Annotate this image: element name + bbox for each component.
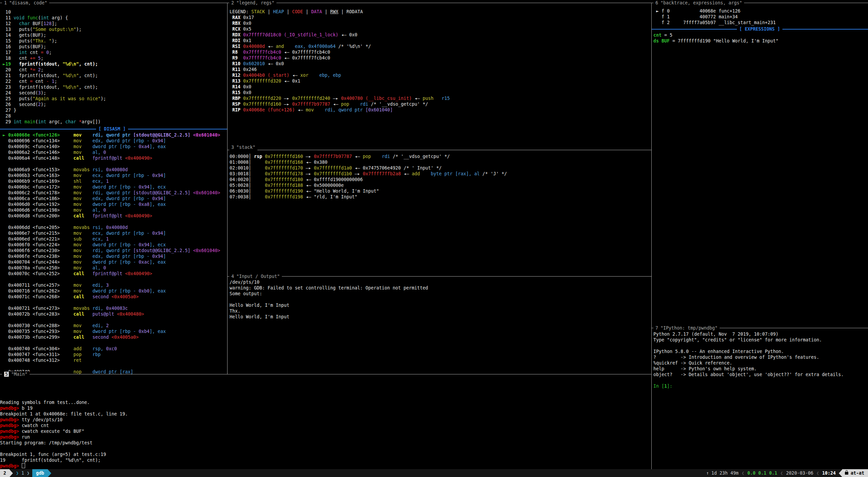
- pane1-title: 1"disasm, code": [2, 0, 49, 6]
- host-badge: at-at: [842, 469, 868, 477]
- window-index[interactable]: 1: [21, 470, 24, 476]
- chevron-left-icon: ❮: [780, 470, 783, 476]
- pane1-pane2-divider[interactable]: [227, 3, 228, 374]
- powerline-arrow-icon: [10, 470, 13, 477]
- lock-icon: [845, 472, 848, 475]
- disasm-section-label: [ DISASM ]: [96, 126, 128, 132]
- pane7-title-text: "IPython: tmp/pwndbg": [661, 325, 718, 331]
- program-io-text: /dev/pts/10warning: GDB: Failed to set c…: [230, 279, 428, 320]
- pane5-top-border: [0, 374, 651, 374]
- pane7-title: 7"IPython: tmp/pwndbg": [653, 325, 720, 331]
- tmux-terminal: 10 11 void func(int arg) { 12 char BUF[1…: [0, 0, 868, 477]
- time-text: 10:24: [822, 470, 836, 476]
- watch-expressions: cnt = 5ds BUF = 7fffffffd190 "Hello Worl…: [653, 32, 778, 44]
- chevron-right-icon: ❯: [16, 470, 19, 476]
- pane4-index: 4: [231, 274, 234, 279]
- pane4-title-text: "Input / Output": [236, 274, 280, 279]
- load-average: 0.0 0.1 0.1: [747, 470, 777, 476]
- gdb-prompt-line[interactable]: pwndbg>: [0, 463, 25, 469]
- gdb-console-output: Reading symbols from test...done.pwndbg>…: [0, 400, 128, 463]
- disassembly-listing: ► 0x40068e <func+126> mov rdi, qword ptr…: [0, 132, 220, 375]
- session-badge[interactable]: 2: [0, 469, 10, 477]
- pane6-index: 6: [655, 0, 658, 5]
- pane6-title-text: "backtrace, expressions, args": [661, 0, 742, 5]
- chevron-left-icon: ❮: [742, 470, 744, 476]
- pane3-title: 3"stack": [229, 144, 257, 150]
- pane5-title-text: "Main": [11, 372, 28, 377]
- source-code-listing: 10 11 void func(int arg) { 12 char BUF[1…: [0, 9, 106, 125]
- pane1-index: 1: [4, 0, 7, 5]
- pane2-title-text: "legend, regs": [236, 0, 274, 5]
- hostname-text: at-at: [851, 470, 864, 476]
- uptime-text: 1d 23h 49m: [711, 470, 739, 476]
- pane2-title: 2"legend, regs": [229, 0, 276, 6]
- tmux-status-bar: 2 ❯ 1 ❯ gdb ↑ 1d 23h 49m ❮ 0.0 0.1 0.1 ❮…: [0, 469, 868, 477]
- chevron-right-icon: ❯: [27, 470, 30, 476]
- powerline-arrow-icon: [48, 470, 51, 477]
- window-tab-gdb[interactable]: gdb: [32, 469, 48, 477]
- pane2-index: 2: [231, 0, 234, 5]
- pane7-index: 7: [655, 325, 658, 331]
- pane6-title: 6"backtrace, expressions, args": [653, 0, 744, 6]
- registers-listing: LEGEND: STACK | HEAP | CODE | DATA | RWX…: [230, 9, 450, 113]
- pane3-top-border: [227, 150, 651, 150]
- pane1-title-text: "disasm, code": [9, 0, 47, 5]
- stack-listing: 00:0000│ rsp 0x7fffffffd160 —▸ 0x7ffff7b…: [230, 154, 507, 200]
- powerline-arrow-icon: [839, 470, 842, 477]
- date-text: 2020-03-06: [786, 470, 813, 476]
- pane5-index: 5: [4, 372, 9, 377]
- pane4-title: 4"Input / Output": [229, 273, 282, 279]
- pane3-title-text: "stack": [236, 145, 255, 150]
- pane3-index: 3: [231, 145, 234, 150]
- pane2-top-border: [227, 3, 651, 3]
- uptime-arrow-icon: ↑: [706, 470, 709, 476]
- right-column-divider[interactable]: [651, 3, 652, 469]
- backtrace-frames: ► f 0 40068e func+126 f 1 400772 main+34…: [653, 8, 776, 25]
- pane4-top-border: [227, 276, 651, 277]
- pane5-title: 5"Main": [2, 371, 30, 377]
- expressions-section-label: [ EXPRESSIONS ]: [737, 26, 782, 32]
- ipython-banner: Python 2.7.17 (default, Nov 7 2019, 10:0…: [653, 331, 844, 389]
- chevron-left-icon: ❮: [816, 470, 819, 476]
